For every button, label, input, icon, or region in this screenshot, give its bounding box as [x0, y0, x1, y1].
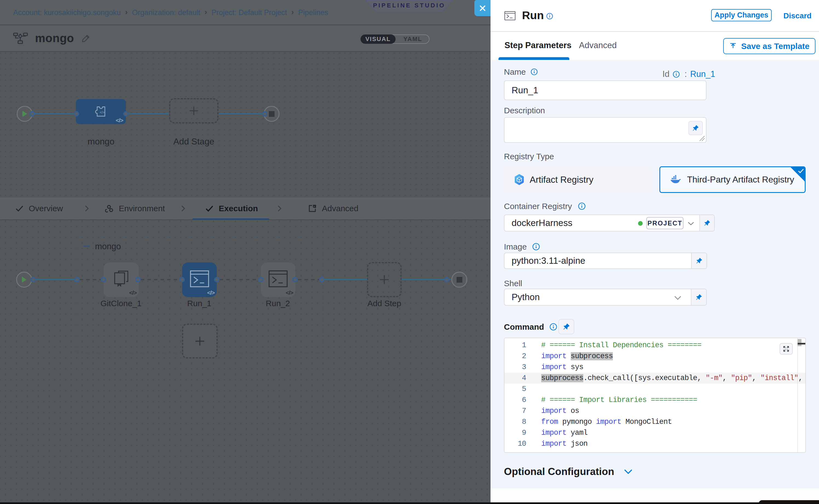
svg-text:</>: </>: [100, 111, 104, 114]
